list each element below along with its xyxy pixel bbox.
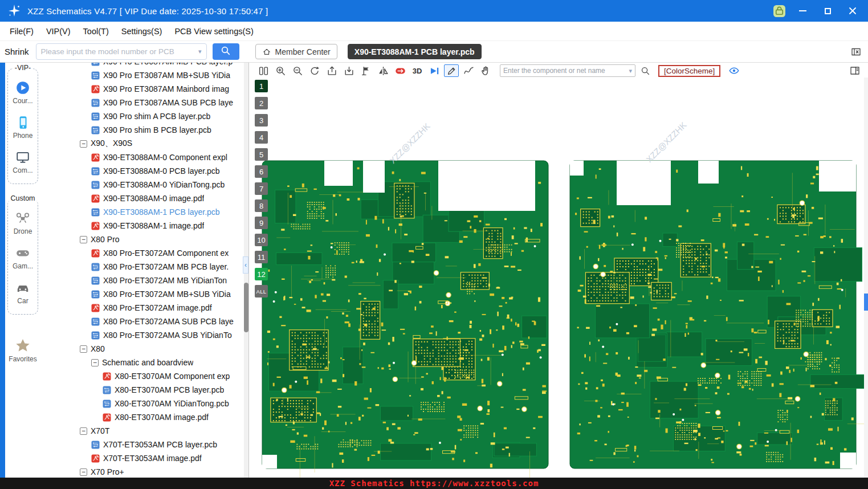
maximize-button[interactable] [819, 3, 836, 18]
tree-item[interactable]: X80 Pro-ET3072AM MB+SUB YiDia [40, 287, 248, 301]
layer-button-6[interactable]: 6 [255, 165, 268, 178]
layer-button-12[interactable]: 12 [255, 268, 268, 280]
close-button[interactable] [844, 3, 861, 18]
tree-item[interactable]: X90-ET3088AM-0 image.pdf [40, 191, 248, 205]
layer-button-5[interactable]: 5 [255, 148, 268, 161]
tree-item[interactable]: X90 Pro ET3087AM MB+SUB YiDia [40, 68, 248, 82]
collapse-tree-handle[interactable]: ‹ [243, 256, 248, 274]
tree-item[interactable]: X80-ET3070AM YiDianTong.pcb [40, 397, 248, 410]
shrink-button[interactable]: Shrink [5, 47, 29, 56]
color-scheme-button[interactable]: [ColorScheme] [658, 65, 720, 77]
layer-button-8[interactable]: 8 [255, 199, 268, 212]
search-button[interactable] [213, 43, 239, 60]
sidebar-item-gam[interactable]: Gam... [13, 246, 33, 270]
vip-wallet-icon[interactable] [772, 4, 786, 18]
sidebar-item-drone[interactable]: Drone [14, 211, 32, 235]
tree-item[interactable]: X90-ET3088AM-1 image.pdf [40, 219, 248, 233]
collapse-icon[interactable]: − [80, 140, 87, 148]
tree-item[interactable]: X80 Pro-ET3072AMA SUB PCB laye [40, 315, 248, 328]
viewer-scrollbar-thumb[interactable] [864, 294, 868, 311]
sidebar-item-cour[interactable]: Cour... [13, 80, 32, 105]
pcb-canvas[interactable]: XZZ@XZZHKXZZ@XZZHK [249, 78, 868, 478]
tab-member-center[interactable]: Member Center [255, 44, 337, 59]
tree-item[interactable]: X90-ET3088AM-1 PCB layer.pcb [40, 205, 248, 219]
collapse-icon[interactable]: − [80, 345, 87, 353]
tree-node[interactable]: −X80 Pro [40, 233, 248, 246]
split-view-icon[interactable] [256, 64, 271, 77]
net-search-icon[interactable] [641, 66, 650, 76]
chevron-down-icon[interactable]: ▾ [198, 48, 202, 55]
menu-item-settings[interactable]: Settings(S) [115, 24, 169, 39]
eye-icon[interactable] [728, 65, 740, 76]
3d-toggle[interactable]: 3D [410, 64, 425, 77]
sidebar-item-car[interactable]: Car [15, 280, 30, 305]
layer-button-3[interactable]: 3 [255, 114, 268, 127]
tree-item[interactable]: X90-ET3088AM-0 Component expl [40, 150, 248, 164]
menu-item-file[interactable]: File(F) [3, 24, 40, 39]
jump-arrow-icon[interactable] [427, 64, 442, 77]
collapse-icon[interactable]: − [80, 236, 87, 243]
tree-node[interactable]: −X70T [40, 424, 248, 438]
tree-item[interactable]: X90 Pro ET3087AM Mainbord imag [40, 82, 248, 96]
menu-item-tool[interactable]: Tool(T) [77, 24, 115, 39]
layer-button-9[interactable]: 9 [255, 217, 268, 229]
tree-item[interactable]: X80 Pro-ET3072AM image.pdf [40, 301, 248, 315]
sidebar-item-phone[interactable]: Phone [13, 115, 33, 140]
close-panel-icon[interactable] [851, 47, 861, 57]
model-search-combo[interactable]: ▾ [36, 43, 207, 60]
layer-button-11[interactable]: 11 [255, 251, 268, 263]
menu-item-pcb-view-settings[interactable]: PCB View settings(S) [168, 24, 259, 39]
tree-item[interactable]: X80 Pro-ET3072AM MB PCB layer. [40, 260, 248, 274]
tab-active-pcb[interactable]: X90-ET3088AM-1 PCB layer.pcb [348, 44, 482, 59]
chevron-down-icon[interactable]: ▾ [629, 68, 632, 74]
mirror-icon[interactable] [393, 64, 407, 77]
draw-pen-icon[interactable] [444, 64, 459, 77]
collapse-icon[interactable]: − [91, 359, 99, 366]
collapse-icon[interactable]: − [80, 427, 87, 435]
measure-flag-icon[interactable] [358, 64, 373, 77]
tree-item[interactable]: X90 Pro ET3087AM MB PCB layer.p [40, 63, 248, 68]
tree-node[interactable]: −X90、X90S [40, 137, 248, 150]
panel-layout-icon[interactable] [850, 66, 860, 76]
tree-item[interactable]: X90 Pro shim B PCB layer.pcb [40, 123, 248, 137]
tree-item[interactable]: X80-ET3070AM Component exp [40, 369, 248, 383]
sidebar-item-com[interactable]: Com... [13, 150, 32, 174]
import-board-icon[interactable] [341, 64, 356, 77]
flip-horizontal-icon[interactable] [376, 64, 390, 77]
tree-item[interactable]: X80 Pro-ET3072AM Component ex [40, 246, 248, 260]
layer-button-4[interactable]: 4 [255, 131, 268, 144]
tree-item[interactable]: X80 Pro-ET3072AM MB YiDianTon [40, 274, 248, 287]
tree-node[interactable]: −Schematic and boardview [40, 356, 248, 369]
viewer-scrollbar[interactable] [864, 78, 868, 478]
net-search-combo[interactable]: ▾ [500, 64, 635, 77]
collapse-icon[interactable]: − [80, 468, 87, 476]
layer-button-1[interactable]: 1 [255, 80, 268, 92]
layer-button-10[interactable]: 10 [255, 234, 268, 246]
tree-scrollbar-thumb[interactable] [244, 283, 248, 332]
rotate-icon[interactable] [307, 64, 322, 77]
tree-item[interactable]: X90 Pro shim A PCB layer.pcb [40, 109, 248, 123]
layer-button-7[interactable]: 7 [255, 182, 268, 195]
zoom-in-icon[interactable] [273, 64, 288, 77]
model-search-input[interactable] [41, 47, 198, 56]
tree-item[interactable]: X90-ET3088AM-0 PCB layer.pcb [40, 164, 248, 178]
export-board-icon[interactable] [324, 64, 339, 77]
layer-button-all[interactable]: ALL [255, 285, 268, 298]
pan-hand-icon[interactable] [478, 64, 493, 77]
curve-icon[interactable] [461, 64, 476, 77]
minimize-button[interactable] [794, 3, 811, 18]
tree-item[interactable]: X80-ET3070AM image.pdf [40, 410, 248, 424]
zoom-out-icon[interactable] [290, 64, 305, 77]
net-search-input[interactable] [503, 67, 629, 75]
tree-node[interactable]: −X70 Pro+ [40, 465, 248, 478]
tree-item[interactable]: X80 Pro-ET3072AMA SUB YiDianTo [40, 328, 248, 342]
tree-item[interactable]: X90 Pro ET3087AMA SUB PCB laye [40, 96, 248, 109]
sidebar-item-favorites[interactable]: Favorites [9, 337, 36, 363]
layer-button-2[interactable]: 2 [255, 97, 268, 109]
tree-item[interactable]: X70T-ET3053AM image.pdf [40, 451, 248, 465]
menu-item-vip[interactable]: VIP(V) [40, 24, 77, 39]
tree-item[interactable]: X70T-ET3053AM PCB layer.pcb [40, 438, 248, 451]
tree-node[interactable]: −X80 [40, 342, 248, 356]
tree-item[interactable]: X80-ET3070AM PCB layer.pcb [40, 383, 248, 397]
tree-item[interactable]: X90-ET3088AM-0 YiDianTong.pcb [40, 178, 248, 191]
